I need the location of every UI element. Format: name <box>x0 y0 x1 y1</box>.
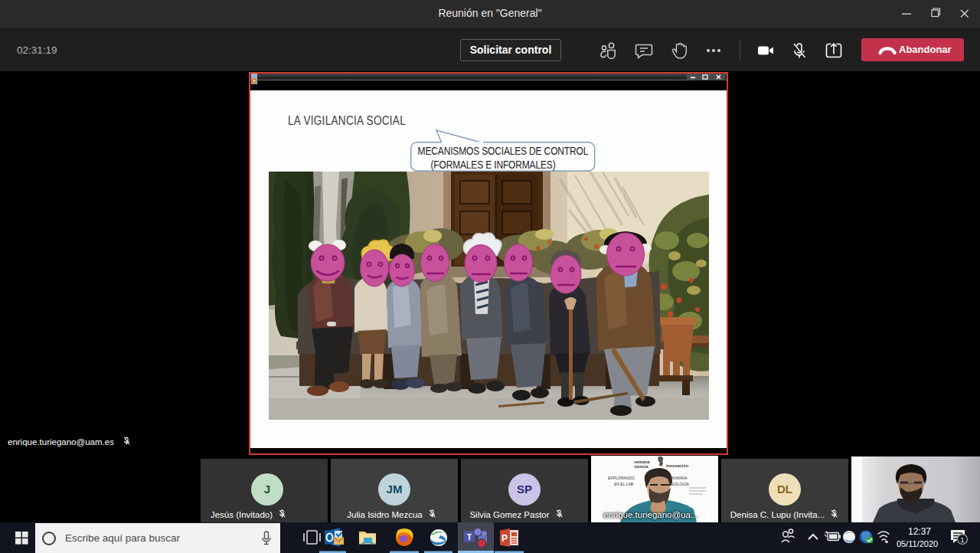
svg-text:T: T <box>467 532 472 542</box>
svg-text:EN EL LAB: EN EL LAB <box>614 482 634 486</box>
svg-text:SIOLOGÍA: SIOLOGÍA <box>671 482 690 486</box>
svg-text:ciencia: ciencia <box>634 464 649 469</box>
svg-text:1: 1 <box>960 536 964 544</box>
svg-text:HUMANA: HUMANA <box>671 476 688 480</box>
svg-text:P: P <box>501 533 508 544</box>
svg-text:innovación: innovación <box>666 463 689 468</box>
svg-text:EXPLORANDO: EXPLORANDO <box>608 476 635 480</box>
